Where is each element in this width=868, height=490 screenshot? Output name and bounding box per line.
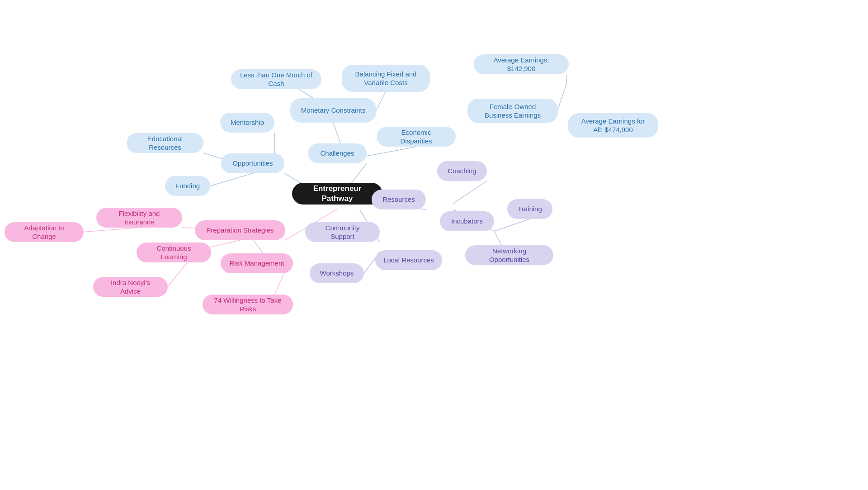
willingness-to-take-risks-node[interactable]: 74 Willingness to Take Risks xyxy=(203,295,293,314)
indra-advice-node[interactable]: Indra Nooyi's Advice xyxy=(93,277,168,297)
svg-line-9 xyxy=(367,147,417,156)
risk-management-node[interactable]: Risk Management xyxy=(221,253,293,273)
svg-line-21 xyxy=(81,228,139,232)
local-resources-node[interactable]: Local Resources xyxy=(375,250,442,270)
challenges-node[interactable]: Challenges xyxy=(308,143,367,163)
educational-resources-node[interactable]: Educational Resources xyxy=(127,133,203,153)
preparation-strategies-node[interactable]: Preparation Strategies xyxy=(195,220,285,240)
training-node[interactable]: Training xyxy=(507,199,552,219)
svg-line-7 xyxy=(210,173,253,186)
svg-line-23 xyxy=(168,262,187,287)
community-support-node[interactable]: Community Support xyxy=(305,222,380,242)
networking-node[interactable]: Networking Opportunities xyxy=(465,245,553,265)
female-owned-node[interactable]: Female-Owned Business Earnings xyxy=(467,99,558,123)
monetary-constraints-node[interactable]: Monetary Constraints xyxy=(290,98,376,123)
balancing-costs-node[interactable]: Balancing Fixed and Variable Costs xyxy=(342,65,430,92)
continuous-learning-node[interactable]: Continuous Learning xyxy=(137,243,211,262)
coaching-node[interactable]: Coaching xyxy=(437,161,487,181)
less-than-one-month-node[interactable]: Less than One Month of Cash xyxy=(231,69,321,89)
incubators-node[interactable]: Incubators xyxy=(440,211,494,231)
workshops-node[interactable]: Workshops xyxy=(310,263,364,283)
funding-node[interactable]: Funding xyxy=(165,176,210,196)
svg-line-14 xyxy=(494,219,530,231)
flexibility-insurance-node[interactable]: Flexibility and Insurance xyxy=(96,208,182,228)
adaptation-to-change-node[interactable]: Adaptation to Change xyxy=(5,222,84,242)
center-node[interactable]: Entrepreneur Pathway xyxy=(292,183,382,205)
avg-earnings-all-node[interactable]: Average Earnings for All: $474,900 xyxy=(568,113,658,138)
svg-line-12 xyxy=(453,181,487,204)
resources-node[interactable]: Resources xyxy=(372,190,426,209)
avg-earnings-node[interactable]: Average Earnings: $142,900 xyxy=(474,54,569,74)
economic-disparities-node[interactable]: Economic Disparities xyxy=(377,127,456,147)
svg-line-24 xyxy=(558,84,566,109)
opportunities-node[interactable]: Opportunities xyxy=(221,153,284,173)
mentorship-node[interactable]: Mentorship xyxy=(220,113,274,133)
